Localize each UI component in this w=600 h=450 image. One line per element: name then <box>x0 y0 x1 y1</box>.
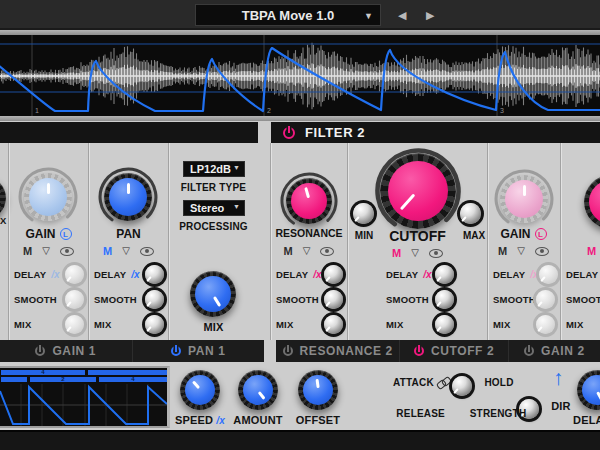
tab-gain-1[interactable]: GAIN 1 <box>0 340 132 362</box>
gain2-eye-button[interactable] <box>535 247 549 256</box>
gain1-mix-knob[interactable] <box>65 315 84 334</box>
gain1-delay-knob[interactable] <box>65 265 84 284</box>
gain2-knob[interactable] <box>500 175 548 223</box>
resonance-delay-sync-icon[interactable]: /x <box>310 269 321 280</box>
cutoff-triangle-button[interactable]: ▽ <box>411 248 419 258</box>
gain1-link-icon[interactable]: L <box>60 228 72 240</box>
cutoff-mute-button[interactable]: M <box>392 247 401 259</box>
cutoff-delay-sync-icon[interactable]: /x <box>420 269 431 280</box>
tab-cutoff-2-power-icon[interactable] <box>414 346 424 356</box>
pan-mix-knob[interactable] <box>145 315 164 334</box>
bar-marker-2: 2 <box>267 107 271 114</box>
processing-label: PROCESSING <box>169 221 258 232</box>
gain1-smooth-knob[interactable] <box>65 290 84 309</box>
prev-preset-button[interactable]: ◀ <box>398 9 406 21</box>
gain2-label: GAIN <box>501 227 531 241</box>
gain1-mute-button[interactable]: M <box>23 245 32 257</box>
gain2-triangle-button[interactable]: ▽ <box>517 246 525 256</box>
tab-resonance-2-power-icon[interactable] <box>283 346 293 356</box>
cutoff-mix-knob[interactable] <box>435 315 454 334</box>
lfo-bar-segment[interactable]: 2 <box>30 377 96 382</box>
direction-label: DIR <box>545 400 577 412</box>
pan-eye-button[interactable] <box>140 247 154 256</box>
pan-triangle-button[interactable]: ▽ <box>122 246 130 256</box>
cutoff-delay-knob[interactable] <box>435 265 454 284</box>
attack-link-icon[interactable] <box>437 378 445 387</box>
cutoff-label: CUTOFF <box>389 228 446 244</box>
routing-module: LP12dB ▼ FILTER TYPE Stereo ▼ PROCESSING… <box>169 143 258 340</box>
waveform-svg: 1 2 3 <box>0 35 600 116</box>
pan-knob[interactable] <box>104 173 152 221</box>
gain1-triangle-button[interactable]: ▽ <box>42 246 50 256</box>
speed-label: SPEED/x <box>168 414 232 426</box>
tab-gain-2[interactable]: GAIN 2 <box>508 340 600 362</box>
cutoff-eye-button[interactable] <box>429 249 443 258</box>
plugin-window: TBPA Move 1.0 ▼ ◀ ▶ 1 2 3 FILTER 2 X <box>0 0 600 450</box>
gain2-mute-button[interactable]: M <box>498 245 507 257</box>
filter-type-dropdown[interactable]: LP12dB ▼ <box>183 161 245 177</box>
tab-resonance-2[interactable]: RESONANCE 2 <box>276 340 399 362</box>
gain2-mix-knob[interactable] <box>536 315 555 334</box>
cutoff-max-knob[interactable] <box>460 203 481 224</box>
pan-module: PAN M ▽ DELAY/x SMOOTH MIX <box>89 143 168 340</box>
waveform-display[interactable]: 1 2 3 <box>0 35 600 116</box>
speed-knob[interactable] <box>180 370 220 410</box>
clipped-label: X <box>0 215 6 226</box>
pan-label: PAN <box>116 227 140 241</box>
bottom-edge <box>0 430 600 450</box>
preset-selector[interactable]: TBPA Move 1.0 ▼ <box>195 4 381 26</box>
filter2-title: FILTER 2 <box>305 125 365 140</box>
pan-mute-button[interactable]: M <box>103 245 112 257</box>
gain1-delay-sync-icon[interactable]: /x <box>48 269 59 280</box>
right-edge-mute-button[interactable]: M <box>587 245 596 257</box>
right-edge-knob[interactable] <box>584 175 600 229</box>
tab-pan-1[interactable]: PAN 1 <box>132 340 265 362</box>
gain1-module: GAINL M ▽ DELAY/x SMOOTH MIX <box>9 143 88 340</box>
resonance-knob[interactable] <box>286 178 332 224</box>
cutoff-min-knob[interactable] <box>353 203 374 224</box>
title-bar: TBPA Move 1.0 ▼ ◀ ▶ <box>0 0 600 30</box>
direction-arrow-icon[interactable]: ↑ <box>553 368 564 388</box>
resonance-triangle-button[interactable]: ▽ <box>303 246 311 256</box>
resonance-mute-button[interactable]: M <box>284 245 293 257</box>
filter-type-caret-icon: ▼ <box>233 164 240 171</box>
clipped-knob[interactable] <box>0 176 6 220</box>
bottom-delay-label: DELAY <box>573 414 600 426</box>
tab-cutoff-2[interactable]: CUTOFF 2 <box>399 340 507 362</box>
processing-dropdown[interactable]: Stereo ▼ <box>183 200 245 216</box>
amount-knob[interactable] <box>238 370 278 410</box>
lfo-bar-segment[interactable]: 4 <box>99 377 167 382</box>
tab-gain-1-power-icon[interactable] <box>35 346 45 356</box>
dropdown-caret-icon: ▼ <box>364 11 373 21</box>
lfo-bar-segment[interactable]: 4 <box>1 370 85 375</box>
resonance-eye-button[interactable] <box>320 247 334 256</box>
cutoff-knob[interactable] <box>380 153 456 229</box>
tab-pan-1-power-icon[interactable] <box>171 346 181 356</box>
cutoff-smooth-knob[interactable] <box>435 290 454 309</box>
pan-delay-knob[interactable] <box>145 265 164 284</box>
gain2-link-icon[interactable]: L <box>535 228 547 240</box>
lfo-bar-segment[interactable] <box>88 370 167 375</box>
resonance-mix-knob[interactable] <box>324 315 343 334</box>
filter-mix-knob[interactable] <box>190 271 236 317</box>
gain2-smooth-knob[interactable] <box>536 290 555 309</box>
resonance-smooth-knob[interactable] <box>324 290 343 309</box>
lfo-display[interactable]: 4 2 4 <box>0 366 170 428</box>
resonance-delay-knob[interactable] <box>324 265 343 284</box>
speed-sync-icon[interactable]: /x <box>216 415 225 426</box>
gain1-eye-button[interactable] <box>60 247 74 256</box>
attack-knob[interactable] <box>452 376 472 396</box>
tab-gain-2-power-icon[interactable] <box>524 346 534 356</box>
bottom-delay-knob[interactable] <box>577 370 600 410</box>
gain2-delay-sync-icon[interactable]: /x <box>527 269 538 280</box>
offset-knob[interactable] <box>298 370 338 410</box>
strength-label: STRENGTH <box>473 408 523 419</box>
pan-delay-sync-icon[interactable]: /x <box>128 269 139 280</box>
gain2-delay-knob[interactable] <box>539 265 558 284</box>
pan-smooth-knob[interactable] <box>145 290 164 309</box>
next-preset-button[interactable]: ▶ <box>426 9 434 21</box>
gain1-knob[interactable] <box>24 173 72 221</box>
resonance-module: RESONANCE M ▽ DELAY/x SMOOTH MIX <box>271 143 347 340</box>
filter2-power-button[interactable] <box>283 127 295 139</box>
lfo-bar-segment[interactable] <box>1 377 27 382</box>
